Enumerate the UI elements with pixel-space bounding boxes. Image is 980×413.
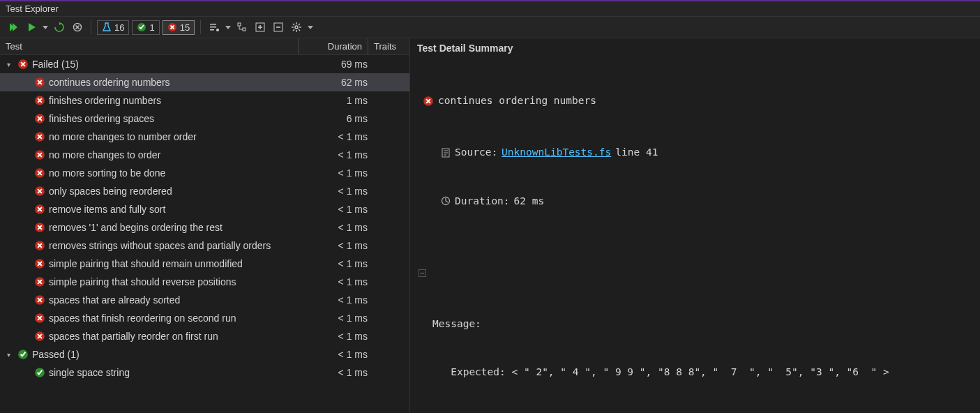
clock-icon bbox=[441, 196, 451, 206]
source-line: line 41 bbox=[615, 144, 658, 160]
fail-icon bbox=[33, 167, 46, 179]
test-name: simple pairing that should remain unmodi… bbox=[49, 258, 298, 269]
test-name: no more sorting to be done bbox=[49, 167, 298, 179]
test-row[interactable]: simple pairing that should reverse posit… bbox=[0, 273, 409, 291]
test-name: finishes ordering numbers bbox=[49, 95, 298, 106]
chevron-down-icon[interactable]: ▾ bbox=[3, 351, 14, 359]
run-button[interactable] bbox=[24, 20, 39, 35]
column-headers: Test Duration Traits bbox=[0, 38, 409, 55]
hierarchy-button[interactable] bbox=[234, 20, 250, 35]
duration-value: 62 ms bbox=[514, 193, 545, 209]
column-test[interactable]: Test bbox=[0, 38, 298, 54]
fold-toggle[interactable]: − bbox=[419, 269, 426, 277]
test-duration: < 1 ms bbox=[298, 294, 368, 306]
counter-total[interactable]: 16 bbox=[97, 20, 129, 35]
test-row[interactable]: continues ordering numbers62 ms bbox=[0, 73, 409, 91]
collapse-button[interactable] bbox=[271, 20, 286, 35]
fail-icon bbox=[17, 58, 29, 70]
svg-line-21 bbox=[293, 24, 294, 25]
counter-failed[interactable]: 15 bbox=[163, 20, 195, 35]
test-name: single space string bbox=[49, 367, 298, 378]
test-row[interactable]: spaces that are already sorted< 1 ms bbox=[0, 291, 409, 309]
test-row[interactable]: no more changes to number order< 1 ms bbox=[0, 128, 409, 146]
test-row[interactable]: removes '1' and begins ordering the rest… bbox=[0, 218, 409, 236]
source-link[interactable]: UnknownLibTests.fs bbox=[502, 144, 611, 160]
settings-dropdown[interactable] bbox=[307, 20, 314, 35]
group-duration: 69 ms bbox=[298, 59, 368, 70]
test-duration: < 1 ms bbox=[298, 204, 368, 215]
svg-rect-10 bbox=[243, 28, 246, 31]
test-duration: < 1 ms bbox=[298, 149, 368, 160]
group-label: Failed (15) bbox=[32, 59, 298, 70]
test-duration: < 1 ms bbox=[298, 367, 368, 378]
fail-icon bbox=[33, 185, 46, 197]
test-group[interactable]: ▾Passed (1)< 1 ms bbox=[0, 345, 409, 363]
expand-button[interactable] bbox=[252, 20, 268, 35]
test-row[interactable]: no more sorting to be done< 1 ms bbox=[0, 164, 409, 182]
test-name: only spaces being reordered bbox=[49, 186, 298, 197]
fail-icon bbox=[33, 76, 46, 89]
test-name: no more changes to order bbox=[49, 149, 298, 160]
test-tree[interactable]: ▾Failed (15)69 mscontinues ordering numb… bbox=[0, 55, 409, 413]
playlist-dropdown[interactable] bbox=[225, 20, 232, 35]
svg-point-16 bbox=[295, 26, 298, 29]
test-row[interactable]: no more changes to order< 1 ms bbox=[0, 146, 409, 164]
test-name: remove items and fully sort bbox=[49, 204, 298, 215]
test-duration: < 1 ms bbox=[298, 131, 368, 142]
pass-icon bbox=[33, 366, 46, 379]
fail-icon bbox=[33, 203, 46, 216]
flask-icon bbox=[102, 22, 112, 32]
svg-rect-5 bbox=[210, 24, 216, 25]
test-duration: 6 ms bbox=[298, 113, 368, 124]
test-row[interactable]: only spaces being reordered< 1 ms bbox=[0, 182, 409, 200]
playlist-button[interactable] bbox=[206, 20, 222, 35]
fail-icon bbox=[33, 130, 46, 143]
detail-test-name: continues ordering numbers bbox=[438, 93, 596, 109]
test-row[interactable]: single space string< 1 ms bbox=[0, 363, 409, 382]
test-row[interactable]: finishes ordering numbers1 ms bbox=[0, 91, 409, 110]
column-traits[interactable]: Traits bbox=[368, 38, 409, 54]
counter-total-value: 16 bbox=[114, 22, 124, 33]
fail-icon bbox=[33, 221, 46, 234]
test-row[interactable]: simple pairing that should remain unmodi… bbox=[0, 255, 409, 273]
test-name: finishes ordering spaces bbox=[49, 113, 298, 124]
test-duration: < 1 ms bbox=[298, 258, 368, 269]
stop-button[interactable] bbox=[70, 20, 85, 35]
repeat-button[interactable] bbox=[52, 20, 67, 35]
test-name: spaces that partially reorder on first r… bbox=[49, 331, 298, 342]
column-duration[interactable]: Duration bbox=[298, 38, 368, 54]
counter-passed[interactable]: 1 bbox=[132, 20, 159, 35]
test-row[interactable]: spaces that finish reordering on second … bbox=[0, 309, 409, 327]
test-row[interactable]: spaces that partially reorder on first r… bbox=[0, 327, 409, 345]
test-duration: < 1 ms bbox=[298, 222, 368, 233]
settings-button[interactable] bbox=[289, 20, 304, 35]
duration-label: Duration: bbox=[455, 193, 510, 209]
run-all-button[interactable] bbox=[6, 20, 21, 35]
fail-icon bbox=[423, 96, 434, 107]
chevron-down-icon[interactable]: ▾ bbox=[3, 61, 14, 68]
test-group[interactable]: ▾Failed (15)69 ms bbox=[0, 55, 409, 73]
source-icon bbox=[441, 148, 451, 158]
test-duration: 62 ms bbox=[298, 77, 368, 88]
fail-icon bbox=[167, 22, 177, 32]
group-duration: < 1 ms bbox=[298, 349, 368, 360]
test-duration: < 1 ms bbox=[298, 240, 368, 251]
test-name: removes '1' and begins ordering the rest bbox=[49, 222, 298, 233]
fail-icon bbox=[33, 330, 46, 343]
svg-line-22 bbox=[299, 29, 300, 31]
test-row[interactable]: remove items and fully sort< 1 ms bbox=[0, 200, 409, 218]
expected-line: Expected: < " 2", " 4 ", " 9 9 ", "8 8 8… bbox=[432, 364, 973, 380]
test-name: spaces that are already sorted bbox=[49, 294, 298, 306]
run-dropdown[interactable] bbox=[42, 20, 49, 35]
fail-icon bbox=[33, 112, 46, 125]
test-name: simple pairing that should reverse posit… bbox=[49, 276, 298, 287]
test-row[interactable]: removes strings without spaces and parti… bbox=[0, 236, 409, 255]
detail-header: Test Detail Summary bbox=[410, 43, 980, 58]
detail-panel: Test Detail Summary continues ordering n… bbox=[410, 38, 980, 413]
pass-icon bbox=[137, 22, 146, 32]
test-row[interactable]: finishes ordering spaces6 ms bbox=[0, 110, 409, 128]
test-duration: < 1 ms bbox=[298, 276, 368, 287]
fail-icon bbox=[33, 239, 46, 252]
counter-passed-value: 1 bbox=[149, 22, 154, 33]
fail-icon bbox=[33, 276, 46, 288]
